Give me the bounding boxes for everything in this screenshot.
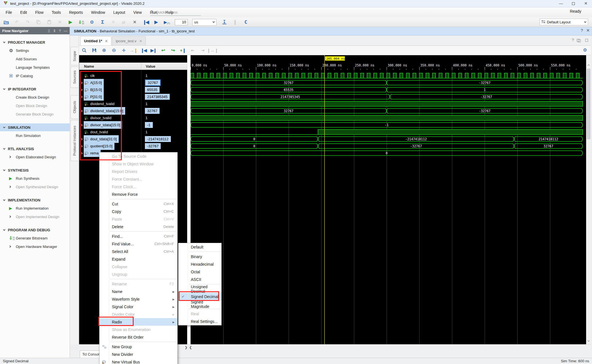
open-project-button[interactable] xyxy=(3,19,10,26)
signal-name-chip[interactable]: P[31:0] xyxy=(84,93,104,101)
time-unit-select[interactable]: us xyxy=(192,19,217,26)
radix-option-real-settings[interactable]: Real Settings... xyxy=(178,318,221,325)
flow-group-simulation[interactable]: SIMULATION xyxy=(0,123,70,131)
flow-item-run-synthesis[interactable]: ▶Run Synthesis xyxy=(0,174,70,183)
next-transition-button[interactable]: ▶❙ xyxy=(150,47,156,54)
run-time-input[interactable] xyxy=(175,19,188,25)
menubar-item-window[interactable]: Window xyxy=(90,9,106,15)
menubar-item-edit[interactable]: Edit xyxy=(20,9,28,15)
radix-option-octal[interactable]: Octal xyxy=(178,268,221,276)
expand-chevron-icon[interactable] xyxy=(79,152,84,154)
signal-value-dout-tdata-31-0[interactable]: -2147418112 xyxy=(142,136,187,143)
run-for-time-button[interactable]: ▶(T) xyxy=(164,19,170,26)
find-button[interactable] xyxy=(81,47,87,54)
signal-row-a-15-0[interactable]: A[15:0] xyxy=(79,79,141,86)
flow-item-open-hardware-manager[interactable]: Open Hardware Manager xyxy=(0,242,70,251)
signal-row-divisor-tvalid[interactable]: divisor_tvalid xyxy=(79,114,141,121)
step-button[interactable]: ↧ xyxy=(221,19,228,26)
help-icon[interactable]: ? xyxy=(581,28,583,33)
expand-chevron-icon[interactable] xyxy=(79,145,84,147)
menubar-item-flow[interactable]: Flow xyxy=(35,9,44,15)
menubar-item-reports[interactable]: Reports xyxy=(69,9,83,15)
signal-value-divisor-tdata-15-0[interactable]: -1 xyxy=(142,121,187,128)
flow-item-run-simulation[interactable]: Run Simulation xyxy=(0,131,70,140)
context-menu-item-waveform-style[interactable]: Waveform Style▸ xyxy=(100,295,177,303)
menubar-item-tools[interactable]: Tools xyxy=(51,9,61,15)
context-menu-item-new-divider[interactable]: New Divider xyxy=(100,350,177,358)
close-tab-icon[interactable]: ✕ xyxy=(139,39,142,43)
help-icon[interactable]: ? xyxy=(59,29,61,33)
context-menu-item-cut[interactable]: CutCtrl+X xyxy=(100,200,177,208)
close-tab-icon[interactable]: ✕ xyxy=(105,39,108,43)
splitter-collapse-right-icon[interactable]: ❯ xyxy=(184,345,188,349)
run-button[interactable]: ▶ xyxy=(67,19,74,26)
radix-option-default[interactable]: Default xyxy=(178,243,221,251)
tab-untitled-1[interactable]: Untitled 1*✕ xyxy=(80,36,111,45)
help-icon[interactable]: ? xyxy=(572,38,574,42)
signal-value-quotient-15-0[interactable]: -32767 xyxy=(142,143,187,150)
layout-select[interactable]: Default Layout xyxy=(540,19,588,25)
signal-row-p-31-0[interactable]: P[31:0] xyxy=(79,93,141,100)
run-all-button[interactable]: ▶ xyxy=(153,19,160,26)
zoom-in-button[interactable]: ⊕ xyxy=(101,47,107,54)
close-button[interactable]: ✕ xyxy=(580,0,592,7)
scroll-up-icon[interactable] xyxy=(587,63,590,66)
minimize-button[interactable]: — xyxy=(555,0,567,7)
signal-row-b-15-0[interactable]: B[15:0] xyxy=(79,86,141,93)
signal-value-dout-tvalid[interactable]: 1 xyxy=(142,128,187,136)
value-column-header[interactable]: Value xyxy=(141,63,187,70)
goto-last-time-button[interactable]: ↪ xyxy=(170,47,176,54)
report-button[interactable]: Σ xyxy=(99,19,106,26)
waveform-settings-gear-icon[interactable]: ⚙ xyxy=(583,47,587,53)
signal-row-dout-tvalid[interactable]: dout_tvalid xyxy=(79,128,141,136)
previous-transition-button[interactable]: ❙◀ xyxy=(140,47,147,54)
name-column-header[interactable]: Name xyxy=(79,63,141,70)
goto-time-cursor-button[interactable]: →❙ xyxy=(131,47,137,54)
signal-name-chip[interactable]: rema xyxy=(84,149,101,157)
menubar-item-view[interactable]: View xyxy=(133,9,142,15)
expand-chevron-icon[interactable] xyxy=(79,89,84,91)
context-menu-item-remove-force[interactable]: Remove Force xyxy=(100,190,177,198)
signal-row-dividend-tvalid[interactable]: dividend_tvalid xyxy=(79,100,141,107)
quick-access-search[interactable]: Quick Access xyxy=(150,9,201,16)
signal-name-chip[interactable]: dout_tdata[31:0] xyxy=(84,135,119,143)
expand-chevron-icon[interactable] xyxy=(79,96,84,98)
context-menu-item-new-group[interactable]: New Group xyxy=(100,343,177,350)
signal-name-chip[interactable]: dividend_tvalid xyxy=(84,100,116,108)
signal-name-chip[interactable]: clk xyxy=(84,72,97,79)
signal-row-divisor-tdata-15-0[interactable]: divisor_tdata[15:0] xyxy=(79,121,141,128)
splitter-collapse-left-icon[interactable]: ❮ xyxy=(188,345,193,349)
maximize-button[interactable] xyxy=(567,0,580,7)
float-window-icon[interactable] xyxy=(577,38,581,42)
expand-chevron-icon[interactable] xyxy=(79,124,84,126)
side-tab-sources[interactable]: Sources xyxy=(70,66,78,88)
signal-name-chip[interactable]: divisor_tdata[15:0] xyxy=(84,121,122,129)
signal-value-dividend-tvalid[interactable]: 1 xyxy=(142,100,187,107)
signal-value-divisor-tvalid[interactable]: 1 xyxy=(142,114,187,121)
signal-name-chip[interactable]: dividend_tdata[15:0] xyxy=(84,107,125,115)
radix-option-binary[interactable]: Binary xyxy=(178,253,221,260)
context-menu-item-find[interactable]: Find...Ctrl+F xyxy=(100,232,177,240)
flow-item-run-implementation[interactable]: ▶Run Implementation xyxy=(0,204,70,212)
context-menu-item-expand[interactable]: Expand xyxy=(100,255,177,263)
signal-value-p-31-0[interactable]: 2147385345 xyxy=(142,93,187,100)
generate-bitstream-button[interactable]: ⇩0110 xyxy=(78,19,85,26)
relaunch-button[interactable]: C xyxy=(242,19,249,26)
expand-chevron-icon[interactable] xyxy=(79,82,84,84)
signal-name-chip[interactable]: quotient[15:0] xyxy=(84,142,114,150)
context-menu-item-select-all[interactable]: Select AllCtrl+A xyxy=(100,248,177,255)
signal-row-clk[interactable]: clk xyxy=(79,72,141,79)
context-menu-item-delete[interactable]: DeleteDelete xyxy=(100,223,177,230)
signal-row-dout-tdata-31-0[interactable]: dout_tdata[31:0] xyxy=(79,136,141,143)
waveform-canvas[interactable]: 0.000 ns50.000 ns100.000 ns150.000 ns200… xyxy=(191,55,586,344)
radix-option-hexadecimal[interactable]: Hexadecimal xyxy=(178,260,221,268)
delete-breakpoints-button[interactable]: ✕ xyxy=(131,19,138,26)
restart-simulation-button[interactable]: ❙◀ xyxy=(142,19,149,26)
add-marker-button[interactable]: +❙ xyxy=(180,47,186,54)
signal-name-chip[interactable]: B[15:0] xyxy=(84,86,104,94)
signal-value-dividend-tdata-15-0[interactable]: 32767 xyxy=(142,107,187,114)
zoom-out-button[interactable]: ⊖ xyxy=(111,47,117,54)
signal-value-a-15-0[interactable]: 32767 xyxy=(142,79,187,86)
expand-collapse-icon[interactable]: ⇕ xyxy=(53,29,56,33)
flow-group-synthesis[interactable]: SYNTHESIS xyxy=(0,166,70,174)
